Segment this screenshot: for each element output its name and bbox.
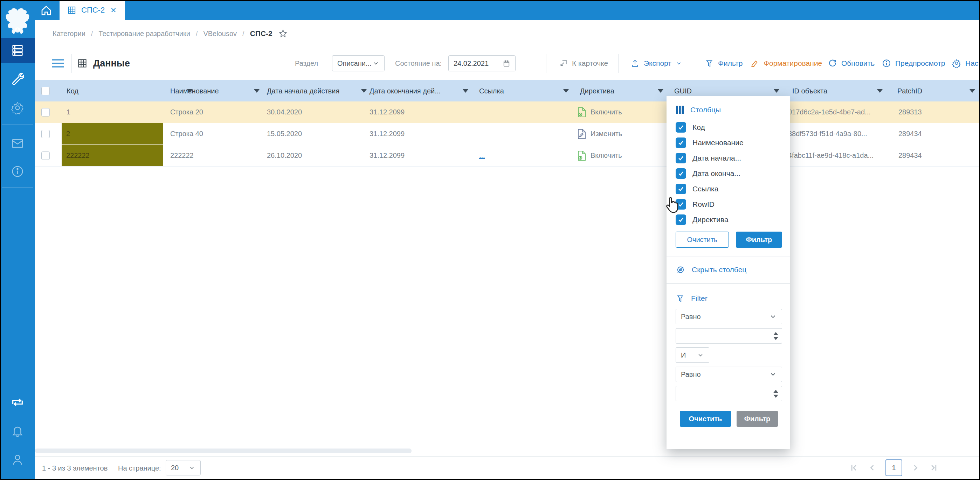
state-date-input[interactable]: 24.02.2021 [448,55,515,71]
link-ellipsis[interactable]: ... [479,152,485,159]
column-checkbox-item[interactable]: Дата начала... [676,150,741,166]
column-checkbox-item[interactable]: Код [676,120,705,135]
to-card-button[interactable]: К карточке [558,47,608,80]
spinner-down-icon [773,337,778,340]
column-label: Директива [580,87,614,95]
horizontal-scrollbar-thumb[interactable] [35,448,412,453]
cell-object-id: 38df573d-f51d-4a9a-80... [788,123,867,144]
column-checkbox-item[interactable]: Ссылка [676,181,718,196]
refresh-button[interactable]: Обновить [828,47,875,80]
first-page-button[interactable] [849,463,859,473]
sidebar-item-mail[interactable] [0,132,35,155]
favorite-star-icon[interactable] [278,29,288,38]
sidebar-item-sync[interactable] [0,391,35,413]
column-checkbox-item[interactable]: Наименование [676,135,744,150]
column-menu-trigger-icon[interactable] [563,89,569,93]
columns-section-header: Столбцы [676,102,721,117]
app-logo-eagle [6,5,29,36]
sidebar [0,0,35,480]
checkbox-checked-icon[interactable] [676,138,686,148]
row-checkbox[interactable] [41,130,50,138]
column-menu-trigger-icon[interactable] [877,89,883,93]
column-menu-trigger-icon[interactable] [463,89,468,93]
column-header-link: Ссылка [479,80,569,102]
table-row[interactable]: 1 Строка 20 30.04.2020 31.12.2099 Включи… [35,101,980,124]
column-menu-trigger-icon[interactable] [969,89,975,93]
column-checkbox-item[interactable]: Дата оконча... [676,166,740,181]
filter-logic-select[interactable]: И [676,347,709,363]
filter-value-1-input[interactable] [676,328,782,344]
filter-button[interactable]: Фильтр [705,47,743,80]
sidebar-item-profile[interactable] [0,448,35,471]
breadcrumb-item-user[interactable]: VBelousov [203,30,237,38]
page-title: Данные [93,58,130,69]
filter-value-2-input[interactable] [676,386,782,401]
pagination: 1 [849,459,939,476]
column-checkbox-item[interactable]: RowID [676,196,714,212]
row-checkbox[interactable] [41,108,50,117]
current-page-box[interactable]: 1 [885,459,902,476]
column-label: ID объекта [792,87,827,95]
checkbox-checked-icon[interactable] [676,214,686,225]
spinner-up-icon [773,390,778,393]
footer-bar: 1 - 3 из 3 элементов На странице: 20 1 [35,456,980,480]
checkbox-checked-icon[interactable] [676,122,686,133]
column-header-date-end: Дата окончания дей... [369,80,468,102]
chevron-down-icon [697,352,704,359]
sidebar-item-tools[interactable] [0,68,35,91]
hide-column-button[interactable]: Скрыть столбец [676,261,746,279]
cell-directive: Изменить [577,123,622,144]
sidebar-item-notifications[interactable] [0,420,35,442]
last-page-button[interactable] [929,463,939,473]
filter-condition-1-select[interactable]: Равно [676,309,782,324]
prev-page-button[interactable] [867,463,877,473]
settings-button[interactable]: Настройки [952,47,980,80]
preview-button[interactable]: Предпросмотр [882,47,945,80]
select-all-checkbox[interactable] [41,87,50,95]
gear-icon [952,59,961,68]
checkbox-checked-icon[interactable] [676,199,686,209]
hamburger-menu-icon[interactable] [52,58,64,68]
number-spinner[interactable] [773,390,778,398]
number-spinner[interactable] [773,332,778,340]
chevron-down-icon [769,313,777,320]
section-select[interactable]: Описани... [332,55,385,71]
column-menu-trigger-icon[interactable] [361,89,367,93]
filter-clear-button[interactable]: Очистить [680,411,731,427]
table-row[interactable]: 2 Строка 40 15.05.2020 31.12.2099 Измени… [35,123,980,145]
breadcrumb-item-testing[interactable]: Тестирование разработчики [99,30,190,38]
checkbox-label: Наименование [692,139,744,147]
columns-icon [676,105,684,114]
column-menu-trigger-icon[interactable] [254,89,259,93]
sidebar-item-settings[interactable] [0,97,35,119]
column-menu-trigger-icon[interactable] [774,89,779,93]
sidebar-item-info[interactable] [0,160,35,183]
refresh-label: Обновить [841,59,875,68]
columns-clear-button[interactable]: Очистить [676,231,729,248]
cell-patch-id: 289434 [898,123,922,144]
sidebar-item-registry[interactable] [0,38,35,63]
checkbox-checked-icon[interactable] [676,168,686,179]
tab-sps-2[interactable]: СПС-2 [60,0,125,20]
filter-condition-2-select[interactable]: Равно [676,367,782,382]
filter-apply-button[interactable]: Фильтр [737,411,778,427]
next-page-button[interactable] [911,463,920,473]
settings-label: Настройки [965,59,980,68]
filter-logic-value: И [681,351,686,359]
checkbox-checked-icon[interactable] [676,153,686,163]
formatting-button[interactable]: Форматирование [750,47,822,80]
formatting-label: Форматирование [764,59,822,68]
export-button[interactable]: Экспорт [630,47,682,80]
column-menu-trigger-icon[interactable] [658,89,663,93]
breadcrumb-item-categories[interactable]: Категории [52,30,86,38]
column-checkbox-item[interactable]: Директива [676,212,729,227]
row-checkbox[interactable] [41,152,50,160]
tab-close-icon[interactable] [110,6,117,14]
page-size-select[interactable]: 20 [165,460,201,475]
funnel-icon [676,294,685,303]
checkbox-checked-icon[interactable] [676,184,686,194]
table-row[interactable]: 222222 222222 26.10.2020 31.12.2099 ... … [35,145,980,167]
home-tab[interactable] [40,4,52,17]
directive-label: Изменить [590,123,622,144]
columns-filter-button[interactable]: Фильтр [736,231,782,248]
